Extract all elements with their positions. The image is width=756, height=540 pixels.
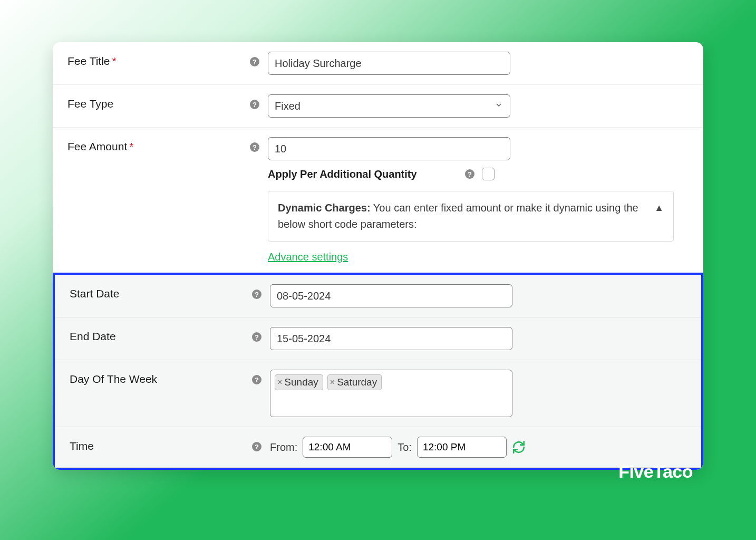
- tag-remove-icon[interactable]: ×: [330, 378, 335, 387]
- brand-watermark: FiveTaco: [618, 461, 693, 482]
- help-icon[interactable]: ?: [252, 375, 261, 384]
- refresh-icon[interactable]: [512, 440, 526, 454]
- fee-title-label: Fee Title*: [67, 52, 247, 68]
- row-dow: Day Of The Week ? ×Sunday ×Saturday: [55, 360, 701, 427]
- time-to-input[interactable]: [417, 437, 507, 458]
- row-fee-title: Fee Title* ?: [53, 42, 703, 85]
- help-icon[interactable]: ?: [250, 142, 259, 152]
- row-end-date: End Date ?: [55, 317, 701, 360]
- dynamic-charges-box[interactable]: ▲ Dynamic Charges: You can enter fixed a…: [268, 191, 674, 242]
- help-icon[interactable]: ?: [252, 442, 261, 451]
- fee-type-label: Fee Type: [67, 94, 247, 110]
- apply-per-qty-label: Apply Per Additional Quantity: [268, 168, 458, 180]
- dow-tag[interactable]: ×Sunday: [275, 374, 323, 390]
- dow-label: Day Of The Week: [70, 370, 249, 385]
- start-date-label: Start Date: [70, 284, 249, 300]
- help-icon[interactable]: ?: [252, 290, 261, 299]
- time-from-input[interactable]: [303, 437, 392, 458]
- help-icon[interactable]: ?: [250, 100, 259, 109]
- settings-card: Fee Title* ? Fee Type ? Fee Amount* ?: [53, 42, 703, 470]
- dow-tag-label: Saturday: [337, 377, 377, 388]
- required-asterisk: *: [129, 140, 133, 153]
- end-date-input[interactable]: [270, 327, 512, 350]
- advance-settings-link[interactable]: Advance settings: [268, 251, 348, 263]
- dow-tag-label: Sunday: [284, 377, 318, 388]
- dynamic-charges-title: Dynamic Charges:: [278, 202, 371, 214]
- fee-amount-input[interactable]: [268, 137, 510, 160]
- help-icon[interactable]: ?: [465, 169, 474, 179]
- fee-type-select-value[interactable]: [268, 94, 510, 118]
- time-label: Time: [70, 437, 249, 452]
- dow-tag[interactable]: ×Saturday: [327, 374, 382, 390]
- row-fee-type: Fee Type ?: [53, 85, 703, 128]
- start-date-input[interactable]: [270, 284, 512, 307]
- end-date-label: End Date: [70, 327, 249, 343]
- time-to-label: To:: [398, 441, 412, 454]
- fee-amount-label: Fee Amount*: [67, 137, 247, 153]
- fee-title-input[interactable]: [268, 52, 510, 75]
- row-time: Time ? From: To:: [55, 427, 701, 468]
- row-start-date: Start Date ?: [55, 275, 701, 317]
- dow-tag-input[interactable]: ×Sunday ×Saturday: [270, 370, 512, 417]
- help-icon[interactable]: ?: [250, 57, 259, 66]
- apply-per-qty-checkbox[interactable]: [482, 168, 495, 180]
- required-asterisk: *: [112, 55, 117, 68]
- tag-remove-icon[interactable]: ×: [277, 378, 282, 387]
- collapse-caret-icon[interactable]: ▲: [654, 201, 664, 216]
- row-fee-amount: Fee Amount* ? Apply Per Additional Quant…: [53, 128, 703, 273]
- time-from-label: From:: [270, 441, 297, 454]
- schedule-highlight: Start Date ? End Date ? Day Of The Week …: [53, 273, 703, 470]
- fee-type-select[interactable]: [268, 94, 510, 118]
- help-icon[interactable]: ?: [252, 332, 261, 342]
